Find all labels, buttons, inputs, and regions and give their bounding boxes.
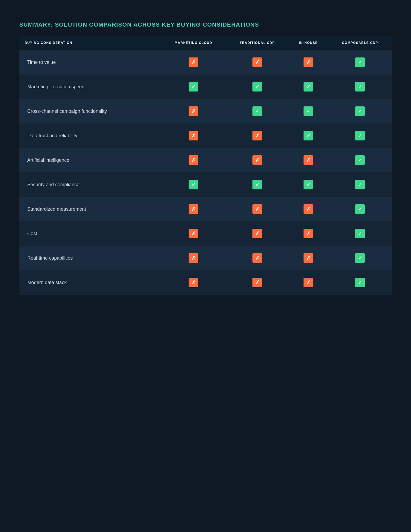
x-icon: ✗ [304,253,313,263]
header-traditional_cdp: TRADITIONAL CDP [226,36,288,50]
row-label: Artificial intelligence [19,148,161,172]
x-icon: ✗ [189,278,198,287]
cell-in_house: ✗ [288,246,328,270]
table-row: Data trust and reliability✗✗✓✓ [19,123,392,148]
check-icon: ✓ [304,180,313,189]
check-icon: ✓ [304,82,313,92]
row-label: Data trust and reliability [19,123,161,148]
cell-in_house: ✓ [288,123,328,148]
cell-composable_cdp: ✓ [328,270,392,295]
row-label: Modern data stack [19,270,161,295]
row-label: Time to value [19,50,161,74]
check-icon: ✓ [252,106,262,116]
row-label: Security and compliance [19,172,161,197]
cell-marketing_cloud: ✗ [161,246,226,270]
x-icon: ✗ [252,57,262,67]
table-row: Cost✗✗✗✓ [19,221,392,246]
check-icon: ✓ [252,82,262,92]
x-icon: ✗ [189,155,198,165]
cell-composable_cdp: ✓ [328,74,392,99]
cell-composable_cdp: ✓ [328,99,392,123]
table-row: Artificial intelligence✗✗✗✓ [19,148,392,172]
cell-in_house: ✓ [288,99,328,123]
x-icon: ✗ [252,229,262,238]
cell-marketing_cloud: ✗ [161,148,226,172]
check-icon: ✓ [355,278,365,287]
cell-composable_cdp: ✓ [328,246,392,270]
x-icon: ✗ [304,229,313,238]
cell-traditional_cdp: ✓ [226,172,288,197]
x-icon: ✗ [252,253,262,263]
page-container: SUMMARY: SOLUTION COMPARISON ACROSS KEY … [19,21,392,295]
check-icon: ✓ [252,180,262,189]
cell-marketing_cloud: ✗ [161,221,226,246]
cell-traditional_cdp: ✗ [226,270,288,295]
header-in_house: IN-HOUSE [288,36,328,50]
cell-traditional_cdp: ✗ [226,221,288,246]
x-icon: ✗ [304,278,313,287]
cell-marketing_cloud: ✗ [161,197,226,221]
cell-traditional_cdp: ✓ [226,99,288,123]
cell-composable_cdp: ✓ [328,221,392,246]
check-icon: ✓ [355,204,365,214]
check-icon: ✓ [355,180,365,189]
row-label: Cross-channel campaign functionality [19,99,161,123]
cell-marketing_cloud: ✓ [161,172,226,197]
x-icon: ✗ [252,278,262,287]
comparison-table: BUYING CONSIDERATIONMARKETING CLOUDTRADI… [19,36,392,295]
cell-in_house: ✓ [288,74,328,99]
check-icon: ✓ [355,57,365,67]
check-icon: ✓ [189,180,198,189]
table-row: Standardized measurement✗✗✗✓ [19,197,392,221]
x-icon: ✗ [252,204,262,214]
row-label: Real-time capabilities [19,246,161,270]
cell-marketing_cloud: ✗ [161,123,226,148]
cell-in_house: ✗ [288,221,328,246]
cell-in_house: ✗ [288,270,328,295]
cell-composable_cdp: ✓ [328,50,392,74]
header-composable_cdp: COMPOSABLE CDP [328,36,392,50]
x-icon: ✗ [304,57,313,67]
cell-composable_cdp: ✓ [328,172,392,197]
cell-marketing_cloud: ✓ [161,74,226,99]
check-icon: ✓ [304,106,313,116]
x-icon: ✗ [189,229,198,238]
cell-in_house: ✓ [288,172,328,197]
cell-traditional_cdp: ✓ [226,74,288,99]
x-icon: ✗ [252,155,262,165]
cell-marketing_cloud: ✗ [161,50,226,74]
cell-composable_cdp: ✓ [328,123,392,148]
check-icon: ✓ [355,229,365,238]
cell-composable_cdp: ✓ [328,148,392,172]
row-label: Marketing execution speed [19,74,161,99]
header-consideration: BUYING CONSIDERATION [19,36,161,50]
page-title: SUMMARY: SOLUTION COMPARISON ACROSS KEY … [19,21,392,28]
cell-traditional_cdp: ✗ [226,246,288,270]
cell-traditional_cdp: ✗ [226,148,288,172]
check-icon: ✓ [355,82,365,92]
check-icon: ✓ [355,106,365,116]
x-icon: ✗ [189,253,198,263]
x-icon: ✗ [189,131,198,140]
table-row: Real-time capabilities✗✗✗✓ [19,246,392,270]
table-body: Time to value✗✗✗✓Marketing execution spe… [19,50,392,295]
cell-marketing_cloud: ✗ [161,270,226,295]
table-row: Cross-channel campaign functionality✗✓✓✓ [19,99,392,123]
table-row: Security and compliance✓✓✓✓ [19,172,392,197]
cell-in_house: ✗ [288,50,328,74]
check-icon: ✓ [355,253,365,263]
check-icon: ✓ [355,155,365,165]
table-header-row: BUYING CONSIDERATIONMARKETING CLOUDTRADI… [19,36,392,50]
x-icon: ✗ [189,204,198,214]
x-icon: ✗ [252,131,262,140]
table-row: Modern data stack✗✗✗✓ [19,270,392,295]
cell-composable_cdp: ✓ [328,197,392,221]
row-label: Standardized measurement [19,197,161,221]
cell-in_house: ✗ [288,148,328,172]
table-row: Marketing execution speed✓✓✓✓ [19,74,392,99]
x-icon: ✗ [189,57,198,67]
cell-in_house: ✗ [288,197,328,221]
x-icon: ✗ [304,155,313,165]
check-icon: ✓ [355,131,365,140]
cell-traditional_cdp: ✗ [226,197,288,221]
